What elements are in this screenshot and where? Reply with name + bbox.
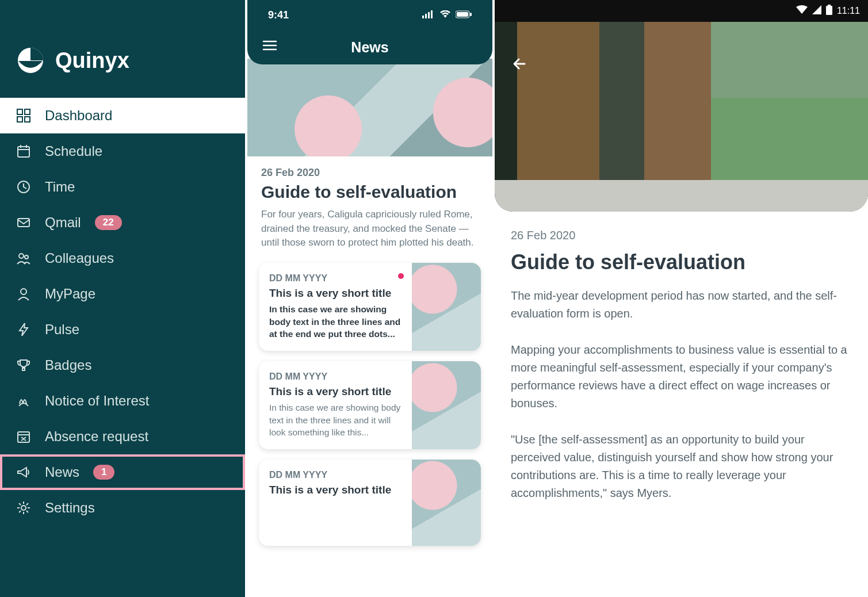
trophy-icon bbox=[15, 358, 32, 373]
sidebar-item-pulse[interactable]: Pulse bbox=[0, 312, 245, 347]
app-bar: News bbox=[247, 30, 492, 64]
sidebar-item-label: Absence request bbox=[45, 428, 148, 445]
svg-rect-15 bbox=[428, 12, 430, 18]
news-card-date: DD MM YYYY bbox=[269, 372, 403, 382]
sidebar-item-label: Notice of Interest bbox=[45, 393, 149, 409]
news-card-date: DD MM YYYY bbox=[269, 273, 403, 284]
sidebar: Quinyx DashboardScheduleTimeQmail22Colle… bbox=[0, 0, 247, 597]
sidebar-item-news[interactable]: News1 bbox=[0, 454, 245, 490]
svg-rect-19 bbox=[470, 13, 472, 16]
quinyx-logo-icon bbox=[16, 46, 45, 75]
svg-rect-11 bbox=[18, 432, 29, 442]
sidebar-item-mypage[interactable]: MyPage bbox=[0, 276, 245, 312]
people-icon bbox=[15, 251, 32, 266]
signal-icon bbox=[422, 9, 435, 21]
article-paragraph: "Use [the self-assessment] as an opportu… bbox=[511, 431, 852, 502]
svg-rect-21 bbox=[828, 5, 831, 6]
news-card-body: In this case we are showing body text in… bbox=[269, 303, 403, 340]
sidebar-item-label: Time bbox=[45, 179, 75, 195]
back-icon[interactable] bbox=[511, 54, 530, 76]
status-time: 9:41 bbox=[268, 9, 289, 21]
sidebar-item-label: Schedule bbox=[45, 143, 102, 159]
wifi-icon bbox=[796, 5, 808, 17]
mail-icon bbox=[15, 215, 32, 230]
sidebar-item-badge: 22 bbox=[95, 215, 122, 230]
article-title: Guide to self-evaluation bbox=[511, 250, 852, 274]
article-date: 26 Feb 2020 bbox=[511, 229, 852, 242]
sidebar-item-badges[interactable]: Badges bbox=[0, 347, 245, 383]
nav-list: DashboardScheduleTimeQmail22ColleaguesMy… bbox=[0, 98, 245, 526]
news-feature[interactable]: 26 Feb 2020 Guide to self-evaluation For… bbox=[247, 156, 492, 263]
ios-status-bar: 9:41 bbox=[247, 0, 492, 30]
phone-news-list: 9:41 News 26 Feb 2020 Guide to s bbox=[247, 0, 495, 597]
article-text: The mid-year development period has now … bbox=[511, 287, 852, 502]
svg-rect-5 bbox=[18, 147, 29, 157]
sidebar-item-badge: 1 bbox=[93, 465, 114, 480]
article-paragraph: The mid-year development period has now … bbox=[511, 287, 852, 323]
news-card-title: This is a very short title bbox=[269, 484, 403, 496]
sidebar-item-time[interactable]: Time bbox=[0, 169, 245, 205]
person-icon bbox=[15, 286, 32, 301]
android-status-bar: 11:11 bbox=[495, 0, 868, 22]
wave-icon bbox=[15, 393, 32, 408]
news-card-list: DD MM YYYYThis is a very short titleIn t… bbox=[247, 263, 492, 546]
clock-icon bbox=[15, 179, 32, 194]
article-paragraph: Mapping your accomplishments to business… bbox=[511, 341, 852, 412]
status-icons bbox=[422, 9, 472, 21]
sidebar-item-label: Colleagues bbox=[45, 250, 114, 266]
news-card[interactable]: DD MM YYYYThis is a very short titleIn t… bbox=[259, 361, 481, 449]
news-card[interactable]: DD MM YYYYThis is a very short title bbox=[259, 460, 481, 546]
svg-rect-2 bbox=[25, 109, 30, 114]
svg-rect-3 bbox=[17, 117, 22, 122]
battery-icon bbox=[456, 9, 472, 21]
bolt-icon bbox=[15, 322, 32, 337]
news-card-thumb bbox=[412, 263, 481, 351]
sidebar-item-label: Badges bbox=[45, 357, 91, 373]
news-card[interactable]: DD MM YYYYThis is a very short titleIn t… bbox=[259, 263, 481, 351]
svg-rect-18 bbox=[457, 12, 468, 17]
svg-rect-1 bbox=[17, 109, 22, 114]
unread-dot-icon bbox=[398, 273, 404, 279]
news-card-title: This is a very short title bbox=[269, 287, 403, 300]
svg-rect-16 bbox=[431, 10, 433, 18]
news-feature-image[interactable] bbox=[247, 59, 492, 156]
battery-icon bbox=[826, 5, 832, 17]
gear-icon bbox=[15, 500, 32, 515]
sidebar-item-absence[interactable]: Absence request bbox=[0, 419, 245, 454]
brand: Quinyx bbox=[0, 46, 245, 98]
sidebar-item-settings[interactable]: Settings bbox=[0, 490, 245, 526]
sidebar-item-label: Dashboard bbox=[45, 108, 112, 124]
svg-rect-13 bbox=[422, 16, 424, 18]
news-feature-date: 26 Feb 2020 bbox=[261, 167, 479, 179]
sidebar-item-label: Qmail bbox=[45, 215, 81, 231]
sidebar-item-label: MyPage bbox=[45, 286, 95, 302]
svg-point-12 bbox=[21, 506, 26, 510]
sidebar-item-colleagues[interactable]: Colleagues bbox=[0, 240, 245, 276]
sidebar-item-label: Pulse bbox=[45, 322, 79, 338]
article-hero-image bbox=[495, 22, 868, 212]
sidebar-item-qmail[interactable]: Qmail22 bbox=[0, 205, 245, 240]
wifi-icon bbox=[439, 9, 451, 21]
svg-rect-7 bbox=[18, 219, 29, 227]
grid-icon bbox=[15, 108, 32, 123]
news-feature-excerpt: For four years, Caligula capriciously ru… bbox=[261, 208, 479, 250]
menu-icon[interactable] bbox=[261, 37, 278, 56]
news-card-title: This is a very short title bbox=[269, 385, 403, 398]
svg-rect-20 bbox=[826, 6, 832, 15]
calendar-x-icon bbox=[15, 429, 32, 444]
calendar-icon bbox=[15, 144, 32, 159]
news-card-date: DD MM YYYY bbox=[269, 470, 403, 480]
article-body: 26 Feb 2020 Guide to self-evaluation The… bbox=[495, 212, 868, 532]
svg-point-8 bbox=[19, 254, 24, 258]
signal-icon bbox=[812, 5, 821, 17]
sidebar-item-noi[interactable]: Notice of Interest bbox=[0, 383, 245, 419]
svg-rect-4 bbox=[25, 117, 30, 122]
article-screen: 11:11 26 Feb 2020 Guide to self-evaluati… bbox=[495, 0, 868, 597]
sidebar-item-schedule[interactable]: Schedule bbox=[0, 133, 245, 169]
megaphone-icon bbox=[15, 465, 32, 480]
status-time: 11:11 bbox=[837, 6, 860, 16]
brand-name: Quinyx bbox=[55, 48, 129, 73]
sidebar-item-label: News bbox=[45, 464, 79, 480]
sidebar-item-dashboard[interactable]: Dashboard bbox=[0, 98, 245, 133]
svg-rect-14 bbox=[425, 14, 427, 18]
